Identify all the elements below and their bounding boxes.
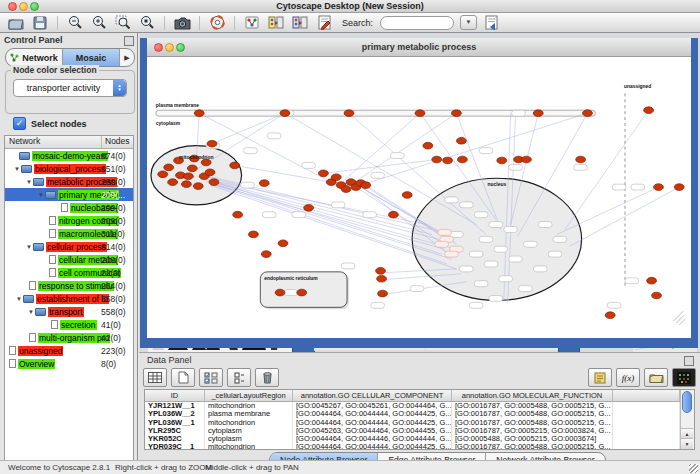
network-node[interactable] <box>376 268 386 275</box>
network-node[interactable] <box>583 110 593 117</box>
select-nodes-checkbox[interactable]: ✓ <box>13 117 26 130</box>
col-id[interactable]: ID <box>145 390 205 401</box>
table-cell[interactable]: [GO:0045263, GO:0044464, GO:0044455, G..… <box>293 427 452 435</box>
table-cell[interactable]: cytoplasm <box>205 435 293 443</box>
network-node[interactable] <box>164 164 174 171</box>
table-cell[interactable]: [GO:0045267, GO:0045261, GO:0044464, G..… <box>293 402 452 410</box>
tree-row[interactable]: mosaic-demo-yeast874(0) <box>5 149 133 162</box>
network-node[interactable] <box>402 192 412 199</box>
matrix-icon[interactable] <box>672 368 696 387</box>
disclosure-triangle-icon[interactable]: ▼ <box>15 296 23 302</box>
tree-row[interactable]: macromolecule311(0) <box>5 227 133 240</box>
tab-network[interactable]: Network <box>6 49 63 66</box>
table-cell[interactable]: YKR052C <box>145 435 205 443</box>
network-node[interactable] <box>415 110 425 117</box>
zoom-out-icon[interactable] <box>65 15 85 31</box>
table-cell[interactable]: YDR039C__1 <box>145 443 205 449</box>
resize-grip[interactable] <box>689 464 698 473</box>
network-node[interactable] <box>378 290 388 297</box>
tree-row[interactable]: multi-organism pro42(0) <box>5 331 133 344</box>
table-row[interactable]: YLR295Ccytoplasm[GO:0045263, GO:0044464,… <box>145 427 680 435</box>
tree-row[interactable]: nitrogen compo209(0) <box>5 214 133 227</box>
import-network-icon[interactable] <box>242 15 262 31</box>
network-node[interactable] <box>443 157 453 164</box>
tree-row[interactable]: Overview8(0) <box>5 357 133 370</box>
view-zoom-button[interactable] <box>176 43 185 52</box>
table-cell[interactable]: YPL036W__1 <box>145 419 205 427</box>
tree-row[interactable]: ▼primary metabo209(... <box>5 188 133 201</box>
network-node[interactable] <box>652 292 662 299</box>
tree-row[interactable]: ▼biological_process651(0) <box>5 162 133 175</box>
network-node[interactable] <box>207 140 217 147</box>
float-data-panel-icon[interactable] <box>684 356 694 366</box>
network-node[interactable] <box>209 179 219 186</box>
network-node[interactable] <box>230 162 240 169</box>
zoom-in-icon[interactable] <box>89 15 109 31</box>
tab-overflow-arrow[interactable]: ▶ <box>120 49 134 66</box>
table-cell[interactable]: plasma membrane <box>205 410 293 418</box>
import-attributes-file-icon[interactable] <box>644 368 668 387</box>
snapshot-icon[interactable] <box>172 15 192 31</box>
table-row[interactable]: YKR052Ccytoplasm[GO:0044464, GO:0044446,… <box>145 435 680 443</box>
scroll-down-icon[interactable]: ▼ <box>681 438 693 449</box>
attribute-checklist-icon[interactable] <box>199 368 223 387</box>
network-node[interactable] <box>674 184 684 191</box>
view-minimize-button[interactable] <box>165 43 174 52</box>
network-node[interactable] <box>297 289 307 296</box>
network-node[interactable] <box>388 211 398 218</box>
table-row[interactable]: YDR039C__1mitochondrion[GO:0044464, GO:0… <box>145 443 680 449</box>
network-node[interactable] <box>205 169 215 176</box>
network-node[interactable] <box>533 110 543 117</box>
table-cell[interactable]: mitochondrion <box>205 402 293 410</box>
network-node[interactable] <box>521 156 531 163</box>
table-cell[interactable]: YLR295C <box>145 427 205 435</box>
disclosure-triangle-icon[interactable]: ▼ <box>27 309 35 315</box>
table-cell[interactable]: YPL036W__2 <box>145 410 205 418</box>
function-builder-icon[interactable]: f(x) <box>616 368 640 387</box>
tree-row[interactable]: ▼establishment of lo558(0) <box>5 292 133 305</box>
network-view-window[interactable]: primary metabolic process plasma membran… <box>140 38 698 348</box>
network-node[interactable] <box>432 156 442 163</box>
col-go-molecular-function[interactable]: annotation.GO MOLECULAR_FUNCTION <box>452 390 613 401</box>
zoom-fit-icon[interactable] <box>113 15 133 31</box>
help-icon[interactable] <box>207 15 227 31</box>
network-node[interactable] <box>194 110 204 117</box>
network-node[interactable] <box>654 184 664 191</box>
search-options-icon[interactable] <box>481 15 501 31</box>
float-panel-icon[interactable] <box>124 36 134 46</box>
network-node[interactable] <box>576 156 586 163</box>
network-node[interactable] <box>341 186 351 193</box>
disclosure-triangle-icon[interactable]: ▼ <box>37 192 45 198</box>
network-node[interactable] <box>605 312 615 319</box>
close-button[interactable] <box>8 2 17 11</box>
network-node[interactable] <box>248 231 258 238</box>
annotation-icon[interactable] <box>314 15 334 31</box>
create-attribute-icon[interactable] <box>171 368 195 387</box>
table-row[interactable]: YPL036W__1mitochondrion[GO:0044464, GO:0… <box>145 419 680 427</box>
zoom-selected-icon[interactable] <box>137 15 157 31</box>
network-node[interactable] <box>361 182 371 189</box>
tree-row[interactable]: ▼metabolic process280(0) <box>5 175 133 188</box>
import-attributes-icon[interactable] <box>266 15 286 31</box>
tree-row[interactable]: nucleobase-209(0) <box>5 201 133 214</box>
network-node[interactable] <box>457 156 467 163</box>
annotation-note-icon[interactable] <box>588 368 612 387</box>
view-close-button[interactable] <box>154 43 163 52</box>
network-node[interactable] <box>423 142 433 149</box>
network-node[interactable] <box>377 275 387 282</box>
table-cell[interactable]: YJR121W__1 <box>145 402 205 410</box>
table-cell[interactable]: [GO:0005488, GO:0005215, GO:0003674] <box>452 435 613 443</box>
network-node[interactable] <box>344 110 354 117</box>
table-cell[interactable]: [GO:0016787, GO:0005488, GO:0005215, G..… <box>452 410 613 418</box>
network-node[interactable] <box>280 110 290 117</box>
table-cell[interactable]: [GO:0044464, GO:0044446, GO:0044444, G..… <box>293 435 452 443</box>
network-node[interactable] <box>181 181 191 188</box>
search-dropdown-icon[interactable]: ▼ <box>460 15 477 30</box>
table-cell[interactable]: [GO:0044464, GO:0044444, GO:0044425, G..… <box>293 419 452 427</box>
col-go-cellular-component[interactable]: annotation.GO CELLULAR_COMPONENT <box>293 390 452 401</box>
tree-col-nodes[interactable]: Nodes <box>102 136 133 148</box>
disclosure-triangle-icon[interactable]: ▼ <box>25 244 33 250</box>
tree-row[interactable]: unassigned223(0) <box>5 344 133 357</box>
col-cellular-layout-region[interactable]: _cellularLayoutRegion <box>205 390 293 401</box>
network-node[interactable] <box>331 174 341 181</box>
